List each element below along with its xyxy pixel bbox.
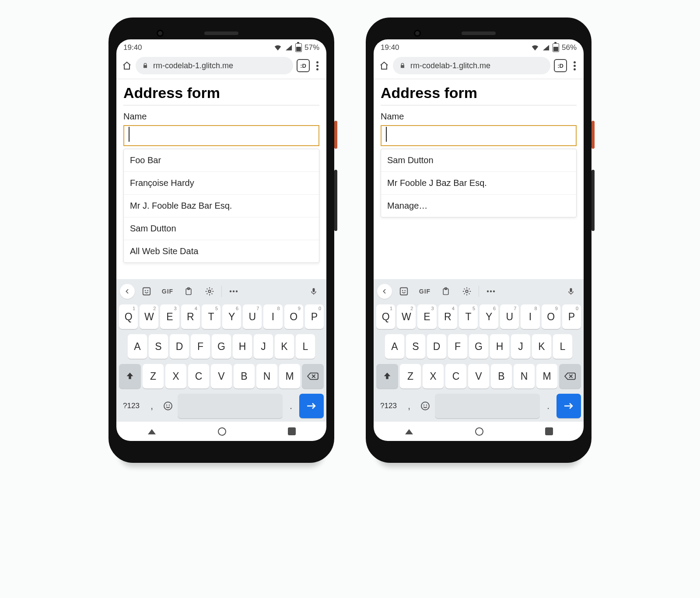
- key-I[interactable]: I8: [521, 304, 539, 329]
- key-T[interactable]: T5: [202, 304, 220, 329]
- key-A[interactable]: A: [128, 334, 147, 359]
- kb-collapse-icon[interactable]: [377, 284, 392, 299]
- name-input[interactable]: [381, 125, 577, 146]
- key-Z[interactable]: Z: [143, 364, 164, 388]
- key-Y[interactable]: Y6: [480, 304, 498, 329]
- gif-button[interactable]: GIF: [158, 283, 177, 299]
- key-X[interactable]: X: [423, 364, 444, 388]
- period-key[interactable]: .: [284, 394, 298, 418]
- key-M[interactable]: M: [279, 364, 300, 388]
- key-E[interactable]: E3: [160, 304, 179, 329]
- key-B[interactable]: B: [234, 364, 255, 388]
- nav-recents-icon[interactable]: [288, 427, 296, 435]
- overflow-menu-icon[interactable]: [570, 61, 578, 70]
- key-M[interactable]: M: [536, 364, 557, 388]
- key-X[interactable]: X: [165, 364, 186, 388]
- key-C[interactable]: C: [445, 364, 466, 388]
- key-D[interactable]: D: [427, 334, 446, 359]
- key-R[interactable]: R4: [438, 304, 457, 329]
- clipboard-icon[interactable]: [437, 283, 455, 299]
- gif-button[interactable]: GIF: [416, 283, 434, 299]
- nav-home-icon[interactable]: [218, 427, 226, 436]
- autofill-suggestion[interactable]: Françoise Hardy: [124, 171, 319, 194]
- autofill-suggestion[interactable]: Manage…: [381, 194, 576, 217]
- emoji-key[interactable]: [160, 394, 176, 418]
- key-Q[interactable]: Q1: [376, 304, 395, 329]
- key-T[interactable]: T5: [459, 304, 478, 329]
- clipboard-icon[interactable]: [179, 283, 198, 299]
- nav-back-icon[interactable]: [147, 427, 157, 435]
- kb-collapse-icon[interactable]: [120, 284, 135, 299]
- key-W[interactable]: W2: [140, 304, 158, 329]
- url-bar[interactable]: rm-codelab-1.glitch.me: [393, 57, 550, 74]
- key-N[interactable]: N: [514, 364, 535, 388]
- key-K[interactable]: K: [532, 334, 551, 359]
- settings-icon[interactable]: [458, 283, 476, 299]
- key-S[interactable]: S: [149, 334, 168, 359]
- autofill-suggestion[interactable]: Mr J. Fooble Baz Bar Esq.: [124, 194, 319, 217]
- key-K[interactable]: K: [275, 334, 294, 359]
- key-F[interactable]: F: [191, 334, 210, 359]
- tabs-button[interactable]: :D: [297, 59, 310, 72]
- key-J[interactable]: J: [511, 334, 530, 359]
- autofill-suggestion[interactable]: Sam Dutton: [381, 149, 576, 171]
- key-F[interactable]: F: [448, 334, 467, 359]
- key-R[interactable]: R4: [181, 304, 200, 329]
- shift-key[interactable]: [376, 364, 398, 388]
- key-G[interactable]: G: [212, 334, 231, 359]
- enter-key[interactable]: [299, 394, 324, 418]
- name-input[interactable]: [123, 125, 319, 146]
- backspace-key[interactable]: [302, 364, 324, 388]
- url-bar[interactable]: rm-codelab-1.glitch.me: [136, 57, 293, 74]
- key-O[interactable]: O9: [542, 304, 560, 329]
- key-G[interactable]: G: [469, 334, 488, 359]
- enter-key[interactable]: [556, 394, 581, 418]
- key-A[interactable]: A: [385, 334, 404, 359]
- key-V[interactable]: V: [211, 364, 232, 388]
- settings-icon[interactable]: [200, 283, 219, 299]
- key-P[interactable]: P0: [562, 304, 581, 329]
- key-C[interactable]: C: [188, 364, 209, 388]
- nav-home-icon[interactable]: [475, 427, 483, 436]
- key-U[interactable]: U7: [243, 304, 262, 329]
- autofill-suggestion[interactable]: All Web Site Data: [124, 240, 319, 262]
- key-S[interactable]: S: [406, 334, 425, 359]
- key-V[interactable]: V: [468, 364, 489, 388]
- key-B[interactable]: B: [491, 364, 512, 388]
- autofill-suggestion[interactable]: Sam Dutton: [124, 217, 319, 240]
- key-N[interactable]: N: [256, 364, 277, 388]
- autofill-suggestion[interactable]: Mr Fooble J Baz Bar Esq.: [381, 171, 576, 194]
- home-icon[interactable]: [379, 60, 389, 71]
- symbols-key[interactable]: ?123: [376, 394, 401, 418]
- period-key[interactable]: .: [542, 394, 555, 418]
- key-U[interactable]: U7: [500, 304, 519, 329]
- symbols-key[interactable]: ?123: [119, 394, 144, 418]
- backspace-key[interactable]: [559, 364, 581, 388]
- home-icon[interactable]: [122, 60, 132, 71]
- key-E[interactable]: E3: [417, 304, 436, 329]
- key-H[interactable]: H: [490, 334, 509, 359]
- shift-key[interactable]: [119, 364, 141, 388]
- mic-icon[interactable]: [304, 283, 323, 299]
- emoji-key[interactable]: [417, 394, 433, 418]
- overflow-menu-icon[interactable]: [313, 61, 321, 70]
- key-L[interactable]: L: [296, 334, 315, 359]
- more-icon[interactable]: [482, 283, 500, 299]
- key-H[interactable]: H: [233, 334, 252, 359]
- sticker-icon[interactable]: [395, 283, 413, 299]
- key-L[interactable]: L: [553, 334, 572, 359]
- nav-back-icon[interactable]: [404, 427, 414, 435]
- space-key[interactable]: [435, 394, 540, 418]
- mic-icon[interactable]: [562, 283, 580, 299]
- key-Q[interactable]: Q1: [119, 304, 138, 329]
- key-O[interactable]: O9: [284, 304, 303, 329]
- key-D[interactable]: D: [170, 334, 189, 359]
- more-icon[interactable]: [224, 283, 243, 299]
- key-I[interactable]: I8: [263, 304, 282, 329]
- key-J[interactable]: J: [254, 334, 273, 359]
- comma-key[interactable]: ,: [402, 394, 416, 418]
- key-Y[interactable]: Y6: [222, 304, 241, 329]
- nav-recents-icon[interactable]: [545, 427, 553, 435]
- tabs-button[interactable]: :D: [554, 59, 567, 72]
- comma-key[interactable]: ,: [145, 394, 158, 418]
